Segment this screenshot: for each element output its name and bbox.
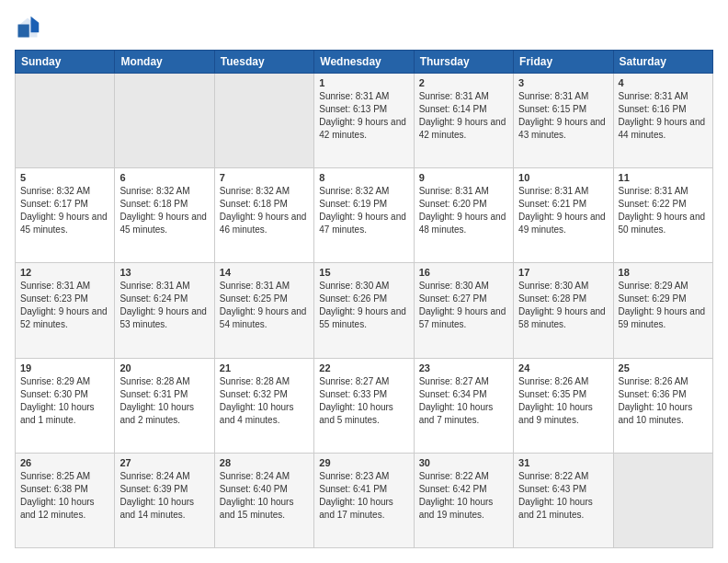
week-row-3: 12Sunrise: 8:31 AM Sunset: 6:23 PM Dayli… bbox=[16, 263, 713, 358]
day-number: 25 bbox=[619, 362, 708, 373]
calendar-cell: 24Sunrise: 8:26 AM Sunset: 6:35 PM Dayli… bbox=[514, 358, 613, 453]
day-info: Sunrise: 8:29 AM Sunset: 6:29 PM Dayligh… bbox=[619, 280, 708, 331]
calendar-cell: 13Sunrise: 8:31 AM Sunset: 6:24 PM Dayli… bbox=[115, 263, 214, 358]
day-number: 1 bbox=[319, 77, 408, 88]
day-info: Sunrise: 8:31 AM Sunset: 6:13 PM Dayligh… bbox=[319, 90, 408, 142]
day-info: Sunrise: 8:32 AM Sunset: 6:19 PM Dayligh… bbox=[319, 185, 408, 236]
logo bbox=[15, 15, 44, 40]
day-of-week-monday: Monday bbox=[115, 51, 214, 74]
day-info: Sunrise: 8:31 AM Sunset: 6:20 PM Dayligh… bbox=[419, 185, 508, 236]
day-number: 28 bbox=[220, 457, 309, 468]
day-info: Sunrise: 8:31 AM Sunset: 6:15 PM Dayligh… bbox=[518, 90, 608, 142]
week-row-4: 19Sunrise: 8:29 AM Sunset: 6:30 PM Dayli… bbox=[16, 358, 713, 453]
calendar-cell: 12Sunrise: 8:31 AM Sunset: 6:23 PM Dayli… bbox=[16, 263, 115, 358]
day-number: 9 bbox=[419, 172, 508, 183]
svg-marker-2 bbox=[31, 17, 40, 33]
calendar-cell: 6Sunrise: 8:32 AM Sunset: 6:18 PM Daylig… bbox=[115, 168, 214, 263]
day-number: 5 bbox=[20, 172, 109, 183]
day-info: Sunrise: 8:32 AM Sunset: 6:17 PM Dayligh… bbox=[20, 185, 109, 236]
calendar-cell: 25Sunrise: 8:26 AM Sunset: 6:36 PM Dayli… bbox=[613, 358, 712, 453]
calendar-cell bbox=[115, 74, 214, 168]
calendar-cell: 16Sunrise: 8:30 AM Sunset: 6:27 PM Dayli… bbox=[414, 263, 513, 358]
day-info: Sunrise: 8:22 AM Sunset: 6:42 PM Dayligh… bbox=[419, 470, 508, 522]
day-number: 27 bbox=[119, 457, 209, 468]
calendar-cell: 26Sunrise: 8:25 AM Sunset: 6:38 PM Dayli… bbox=[16, 453, 115, 547]
day-number: 29 bbox=[319, 457, 408, 468]
calendar-cell: 11Sunrise: 8:31 AM Sunset: 6:22 PM Dayli… bbox=[613, 168, 712, 263]
week-row-2: 5Sunrise: 8:32 AM Sunset: 6:17 PM Daylig… bbox=[16, 168, 713, 263]
calendar-cell: 2Sunrise: 8:31 AM Sunset: 6:14 PM Daylig… bbox=[414, 74, 513, 168]
day-of-week-thursday: Thursday bbox=[414, 51, 513, 74]
day-of-week-saturday: Saturday bbox=[613, 51, 712, 74]
day-number: 11 bbox=[619, 172, 708, 183]
day-info: Sunrise: 8:27 AM Sunset: 6:33 PM Dayligh… bbox=[319, 375, 408, 427]
day-info: Sunrise: 8:25 AM Sunset: 6:38 PM Dayligh… bbox=[20, 470, 109, 522]
day-info: Sunrise: 8:24 AM Sunset: 6:39 PM Dayligh… bbox=[119, 470, 209, 522]
calendar-cell: 9Sunrise: 8:31 AM Sunset: 6:20 PM Daylig… bbox=[414, 168, 513, 263]
calendar-cell: 14Sunrise: 8:31 AM Sunset: 6:25 PM Dayli… bbox=[214, 263, 313, 358]
day-number: 23 bbox=[419, 362, 508, 373]
calendar-cell bbox=[16, 74, 115, 168]
calendar-header: SundayMondayTuesdayWednesdayThursdayFrid… bbox=[16, 51, 713, 74]
day-number: 30 bbox=[419, 457, 508, 468]
day-info: Sunrise: 8:22 AM Sunset: 6:43 PM Dayligh… bbox=[518, 470, 608, 522]
day-info: Sunrise: 8:31 AM Sunset: 6:22 PM Dayligh… bbox=[619, 185, 708, 236]
day-info: Sunrise: 8:31 AM Sunset: 6:16 PM Dayligh… bbox=[619, 90, 708, 142]
day-number: 13 bbox=[119, 267, 209, 278]
day-of-week-sunday: Sunday bbox=[16, 51, 115, 74]
calendar-cell: 19Sunrise: 8:29 AM Sunset: 6:30 PM Dayli… bbox=[16, 358, 115, 453]
day-number: 2 bbox=[419, 77, 508, 88]
day-info: Sunrise: 8:32 AM Sunset: 6:18 PM Dayligh… bbox=[220, 185, 309, 236]
day-number: 31 bbox=[518, 457, 608, 468]
day-number: 18 bbox=[619, 267, 708, 278]
day-number: 12 bbox=[20, 267, 109, 278]
calendar-cell: 3Sunrise: 8:31 AM Sunset: 6:15 PM Daylig… bbox=[514, 74, 613, 168]
calendar-cell: 27Sunrise: 8:24 AM Sunset: 6:39 PM Dayli… bbox=[115, 453, 214, 547]
calendar-cell: 10Sunrise: 8:31 AM Sunset: 6:21 PM Dayli… bbox=[514, 168, 613, 263]
calendar-cell bbox=[613, 453, 712, 547]
calendar-cell: 23Sunrise: 8:27 AM Sunset: 6:34 PM Dayli… bbox=[414, 358, 513, 453]
day-info: Sunrise: 8:27 AM Sunset: 6:34 PM Dayligh… bbox=[419, 375, 508, 427]
day-info: Sunrise: 8:23 AM Sunset: 6:41 PM Dayligh… bbox=[319, 470, 408, 522]
day-info: Sunrise: 8:28 AM Sunset: 6:31 PM Dayligh… bbox=[119, 375, 209, 427]
day-info: Sunrise: 8:31 AM Sunset: 6:23 PM Dayligh… bbox=[20, 280, 109, 331]
day-number: 4 bbox=[619, 77, 708, 88]
calendar-cell: 29Sunrise: 8:23 AM Sunset: 6:41 PM Dayli… bbox=[314, 453, 414, 547]
day-number: 10 bbox=[518, 172, 608, 183]
calendar-cell: 4Sunrise: 8:31 AM Sunset: 6:16 PM Daylig… bbox=[613, 74, 712, 168]
day-info: Sunrise: 8:26 AM Sunset: 6:35 PM Dayligh… bbox=[518, 375, 608, 427]
day-of-week-tuesday: Tuesday bbox=[214, 51, 313, 74]
calendar-cell: 8Sunrise: 8:32 AM Sunset: 6:19 PM Daylig… bbox=[314, 168, 414, 263]
day-number: 7 bbox=[220, 172, 309, 183]
day-info: Sunrise: 8:32 AM Sunset: 6:18 PM Dayligh… bbox=[119, 185, 209, 236]
week-row-5: 26Sunrise: 8:25 AM Sunset: 6:38 PM Dayli… bbox=[16, 453, 713, 547]
calendar-cell: 28Sunrise: 8:24 AM Sunset: 6:40 PM Dayli… bbox=[214, 453, 313, 547]
calendar-cell: 31Sunrise: 8:22 AM Sunset: 6:43 PM Dayli… bbox=[514, 453, 613, 547]
day-info: Sunrise: 8:30 AM Sunset: 6:28 PM Dayligh… bbox=[518, 280, 608, 331]
day-info: Sunrise: 8:31 AM Sunset: 6:24 PM Dayligh… bbox=[119, 280, 209, 331]
week-row-1: 1Sunrise: 8:31 AM Sunset: 6:13 PM Daylig… bbox=[16, 74, 713, 168]
calendar-cell: 17Sunrise: 8:30 AM Sunset: 6:28 PM Dayli… bbox=[514, 263, 613, 358]
calendar-cell: 7Sunrise: 8:32 AM Sunset: 6:18 PM Daylig… bbox=[214, 168, 313, 263]
day-info: Sunrise: 8:30 AM Sunset: 6:27 PM Dayligh… bbox=[419, 280, 508, 331]
calendar-page: SundayMondayTuesdayWednesdayThursdayFrid… bbox=[0, 0, 728, 563]
day-info: Sunrise: 8:31 AM Sunset: 6:25 PM Dayligh… bbox=[220, 280, 309, 331]
calendar-cell: 5Sunrise: 8:32 AM Sunset: 6:17 PM Daylig… bbox=[16, 168, 115, 263]
day-number: 16 bbox=[419, 267, 508, 278]
day-number: 17 bbox=[518, 267, 608, 278]
header bbox=[15, 15, 713, 40]
day-info: Sunrise: 8:26 AM Sunset: 6:36 PM Dayligh… bbox=[619, 375, 708, 427]
day-info: Sunrise: 8:28 AM Sunset: 6:32 PM Dayligh… bbox=[220, 375, 309, 427]
day-info: Sunrise: 8:30 AM Sunset: 6:26 PM Dayligh… bbox=[319, 280, 408, 331]
day-number: 19 bbox=[20, 362, 109, 373]
calendar-cell bbox=[214, 74, 313, 168]
day-number: 8 bbox=[319, 172, 408, 183]
day-number: 15 bbox=[319, 267, 408, 278]
calendar-cell: 15Sunrise: 8:30 AM Sunset: 6:26 PM Dayli… bbox=[314, 263, 414, 358]
day-info: Sunrise: 8:31 AM Sunset: 6:21 PM Dayligh… bbox=[518, 185, 608, 236]
svg-marker-3 bbox=[18, 25, 29, 38]
day-number: 22 bbox=[319, 362, 408, 373]
day-number: 26 bbox=[20, 457, 109, 468]
day-number: 3 bbox=[518, 77, 608, 88]
day-info: Sunrise: 8:31 AM Sunset: 6:14 PM Dayligh… bbox=[419, 90, 508, 142]
